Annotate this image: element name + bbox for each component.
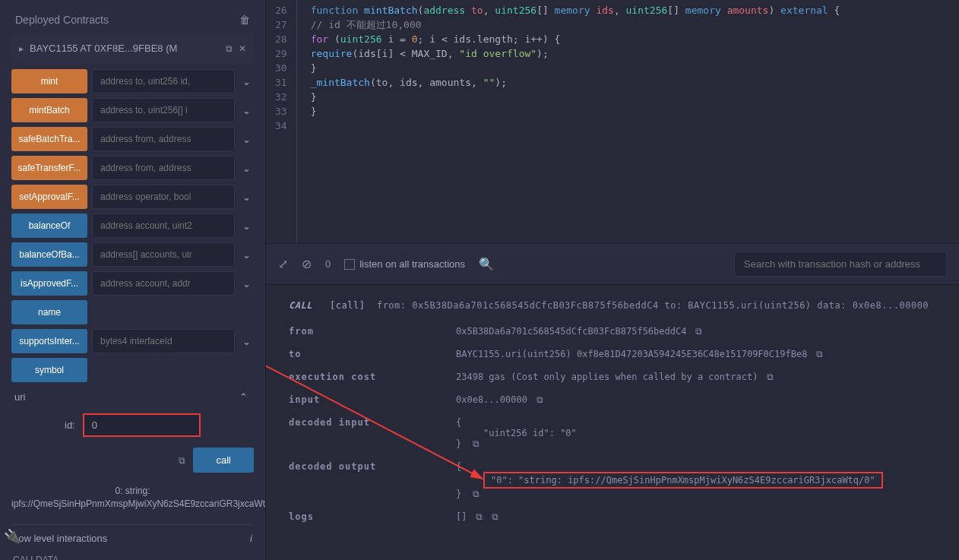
method-input[interactable] xyxy=(92,185,235,209)
method-row: balanceOf⌄ xyxy=(11,214,254,238)
method-row: safeBatchTra...⌄ xyxy=(11,127,254,151)
method-button[interactable]: setApprovalF... xyxy=(11,185,87,209)
deployed-title: Deployed Contracts xyxy=(15,14,109,26)
expand-icon[interactable]: ⤢ xyxy=(278,257,288,271)
contract-header[interactable]: ▸ BAYC1155 AT 0XF8E...9FBE8 (M ⧉ ✕ xyxy=(11,33,254,63)
calldata-label: CALLDATA xyxy=(11,552,254,560)
method-input[interactable] xyxy=(92,271,235,296)
method-row: mintBatch⌄ xyxy=(11,98,254,122)
method-row: mint⌄ xyxy=(11,69,254,93)
highlighted-output: "0": "string: ipfs://QmeSjSinHpPnmXmspMj… xyxy=(483,472,883,489)
method-button[interactable]: balanceOfBa... xyxy=(11,242,87,267)
lowlevel-label: Low level interactions xyxy=(13,533,107,544)
method-input[interactable] xyxy=(92,242,235,267)
logs-val: []⧉⧉ xyxy=(456,511,936,522)
input-val: 0x0e8...00000⧉ xyxy=(456,394,936,405)
method-row: balanceOfBa...⌄ xyxy=(11,242,254,267)
editor-gutter: 262728293031323334 xyxy=(266,0,297,243)
copy-icon[interactable]: ⧉ xyxy=(767,372,774,382)
copy-icon[interactable]: ⧉ xyxy=(473,438,480,449)
chevron-up-icon[interactable]: ⌃ xyxy=(236,391,251,403)
uri-header[interactable]: uri ⌃ xyxy=(11,387,254,407)
chevron-down-icon[interactable]: ⌄ xyxy=(239,336,254,347)
copy-icon[interactable]: ⧉ xyxy=(476,511,483,522)
copy-icon[interactable]: ⧉ xyxy=(816,349,823,359)
copy-icon[interactable]: ⧉ xyxy=(179,455,185,466)
log-header: CALL [call] from: 0x5B38Da6a701c568545dC… xyxy=(289,300,936,311)
method-button[interactable]: symbol xyxy=(11,358,87,382)
method-input[interactable] xyxy=(92,69,235,93)
decoded-output-key: decoded output xyxy=(289,461,441,499)
chevron-down-icon[interactable]: ⌄ xyxy=(239,278,254,289)
method-input[interactable] xyxy=(92,214,235,238)
method-row: symbol xyxy=(11,358,254,382)
chevron-down-icon[interactable]: ⌄ xyxy=(239,76,254,87)
copy-icon[interactable]: ⧉ xyxy=(492,511,498,522)
chevron-down-icon[interactable]: ⌄ xyxy=(239,134,254,145)
method-input[interactable] xyxy=(92,156,235,180)
uri-result: 0: string: ipfs://QmeSjSinHpPnmXmspMjwiX… xyxy=(11,477,254,518)
main: 262728293031323334 function mintBatch(ad… xyxy=(266,0,959,560)
copy-icon[interactable]: ⧉ xyxy=(473,489,480,499)
decoded-input-val: { "uint256 id": "0" } ⧉ xyxy=(456,417,936,449)
chevron-down-icon[interactable]: ⌄ xyxy=(239,191,254,203)
method-button[interactable]: supportsInter... xyxy=(11,329,87,353)
to-val: BAYC1155.uri(uint256) 0xf8e81D47203A5942… xyxy=(456,349,936,359)
chevron-down-icon[interactable]: ⌄ xyxy=(239,105,254,116)
trash-icon[interactable]: 🗑 xyxy=(239,14,250,26)
method-row: safeTransferF...⌄ xyxy=(11,156,254,180)
method-row: supportsInter...⌄ xyxy=(11,329,254,353)
plug-icon[interactable]: 🔌 xyxy=(4,528,21,545)
code-editor[interactable]: 262728293031323334 function mintBatch(ad… xyxy=(266,0,959,243)
uri-label: uri xyxy=(14,391,25,403)
decoded-output-val: { "0": "string: ipfs://QmeSjSinHpPnmXmsp… xyxy=(456,461,936,499)
checkbox-icon[interactable] xyxy=(344,259,355,270)
chevron-down-icon[interactable]: ⌄ xyxy=(239,163,254,174)
search-icon[interactable]: 🔍 xyxy=(479,257,494,271)
method-button[interactable]: isApprovedF... xyxy=(11,271,87,296)
to-key: to xyxy=(289,349,441,359)
search-input[interactable] xyxy=(734,252,947,277)
copy-icon[interactable]: ⧉ xyxy=(226,43,233,54)
copy-icon[interactable]: ⧉ xyxy=(695,326,702,337)
method-button[interactable]: balanceOf xyxy=(11,214,87,238)
method-button[interactable]: safeBatchTra... xyxy=(11,127,87,151)
from-key: from xyxy=(289,326,441,337)
editor-code[interactable]: function mintBatch(address to, uint256[]… xyxy=(297,0,959,243)
chevron-down-icon[interactable]: ⌄ xyxy=(239,249,254,261)
panel-title: Deployed Contracts 🗑 xyxy=(11,6,254,33)
method-button[interactable]: name xyxy=(11,300,87,324)
method-button[interactable]: mintBatch xyxy=(11,98,87,122)
terminal-output[interactable]: CALL [call] from: 0x5B38Da6a701c568545dC… xyxy=(266,285,959,560)
chevron-down-icon[interactable]: ⌄ xyxy=(239,220,254,232)
method-input[interactable] xyxy=(92,127,235,151)
id-label: id: xyxy=(65,419,75,431)
uri-id-input[interactable] xyxy=(83,413,201,437)
info-icon[interactable]: i xyxy=(250,533,252,544)
terminal-toolbar: ⤢ ⊘ 0 listen on all transactions 🔍 xyxy=(266,243,959,285)
pending-count: 0 xyxy=(325,258,331,270)
method-row: setApprovalF...⌄ xyxy=(11,185,254,209)
cost-val: 23498 gas (Cost only applies when called… xyxy=(456,372,936,382)
contract-title: BAYC1155 AT 0XF8E...9FBE8 (M xyxy=(30,43,220,54)
clear-icon[interactable]: ⊘ xyxy=(302,257,312,271)
method-button[interactable]: safeTransferF... xyxy=(11,156,87,180)
method-input[interactable] xyxy=(92,329,235,353)
method-row: name xyxy=(11,300,254,324)
from-val: 0x5B38Da6a701c568545dCfcB03FcB875f56bedd… xyxy=(456,326,936,337)
uri-input-row: id: xyxy=(11,407,254,443)
method-button[interactable]: mint xyxy=(11,69,87,93)
copy-icon[interactable]: ⧉ xyxy=(536,394,543,405)
close-icon[interactable]: ✕ xyxy=(239,43,246,54)
log-details: from 0x5B38Da6a701c568545dCfcB03FcB875f5… xyxy=(289,326,936,522)
decoded-input-key: decoded input xyxy=(289,417,441,449)
lowlevel-row: Low level interactions i xyxy=(11,524,254,552)
cost-key: execution cost xyxy=(289,372,441,382)
method-row: isApprovedF...⌄ xyxy=(11,271,254,296)
logs-key: logs xyxy=(289,511,441,522)
call-button[interactable]: call xyxy=(193,448,254,473)
method-input[interactable] xyxy=(92,98,235,122)
input-key: input xyxy=(289,394,441,405)
sidebar: Deployed Contracts 🗑 ▸ BAYC1155 AT 0XF8E… xyxy=(0,0,266,560)
listen-checkbox[interactable]: listen on all transactions xyxy=(344,258,465,270)
